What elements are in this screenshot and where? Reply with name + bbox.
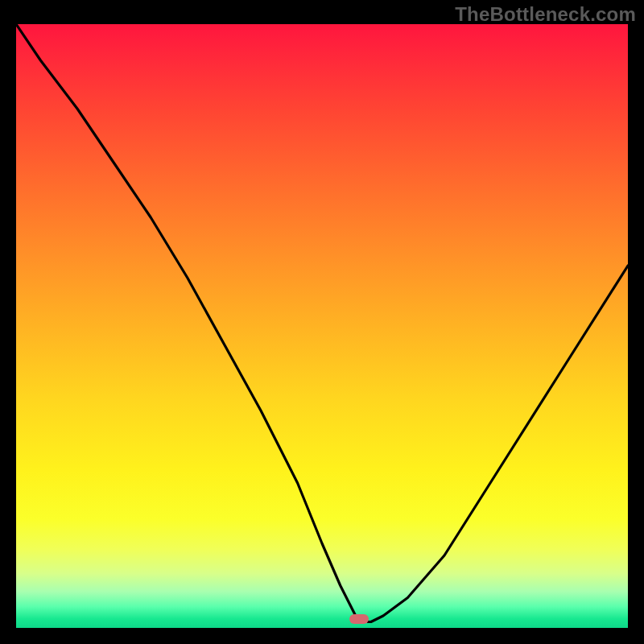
chart-frame: TheBottleneck.com	[0, 0, 644, 644]
optimal-point-marker	[349, 614, 369, 624]
watermark-text: TheBottleneck.com	[455, 3, 636, 26]
curve-path	[16, 24, 628, 622]
bottleneck-curve	[16, 24, 628, 628]
plot-area	[16, 24, 628, 628]
